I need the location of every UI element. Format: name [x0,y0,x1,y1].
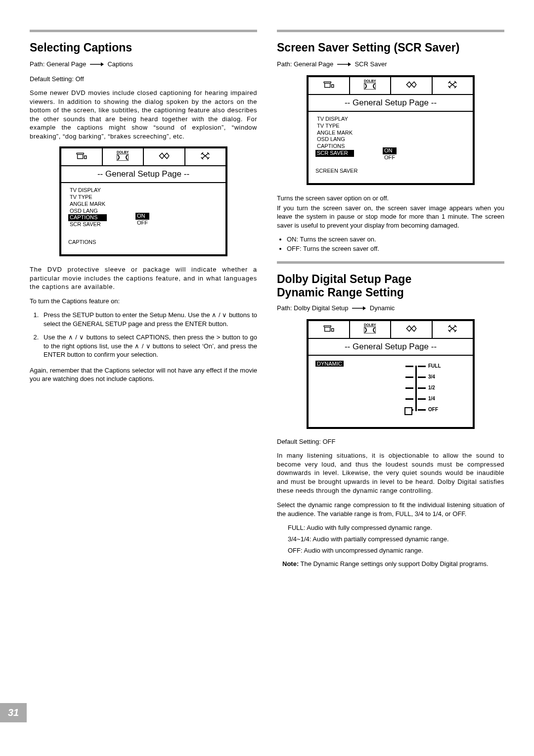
svg-rect-24 [324,328,330,331]
tab-general-icon [309,77,350,94]
menu-item: OSD LANG [315,136,354,143]
indent-list: FULL: Audio with fully compressed dynami… [277,524,504,554]
menu-item: CAPTIONS [315,143,354,150]
tab-video-icon [391,321,433,338]
osd-dynamic: DOLBY -- General Setup Page -- DYNAMIC [307,319,475,429]
osd-body: TV DISPLAY TV TYPE ANGLE MARK OSD LANG C… [309,112,473,183]
paragraph: To turn the Captions feature on: [30,297,257,305]
svg-rect-3 [84,156,86,159]
paragraph: The DVD protective sleeve or package wil… [30,265,257,291]
section-divider [30,30,257,32]
path-suffix: Captions [107,60,133,68]
dynamic-slider: FULL 3/4 1/2 1/4 OFF [394,364,453,413]
slider-label: 3/4 [428,374,435,379]
tab-video-icon [391,77,433,94]
osd-tabs: DOLBY [309,77,473,95]
menu-item-selected: DYNAMIC [315,361,344,367]
arrow-icon [90,61,104,68]
paragraph: Turns the screen saver option on or off. [277,194,504,203]
tab-general-icon [309,321,350,338]
svg-marker-1 [101,62,104,66]
step-2: Use the ∧ / ∨ buttons to select CAPTIONS… [41,333,257,359]
menu-item: TV DISPLAY [315,116,354,123]
menu-item-selected: SCR SAVER [315,150,354,157]
path-prefix: Path: General Page [277,60,333,68]
osd-body: DYNAMIC FULL 3/4 1/2 1/4 OFF [309,356,473,427]
arrow-icon [352,305,366,312]
osd-title: -- General Setup Page -- [309,95,473,112]
menu-item: OSD LANG [68,208,107,215]
page-number: 31 [0,703,27,722]
arrow-icon [337,61,351,68]
bullets: ON: Turns the screen saver on. OFF: Turn… [277,236,504,252]
indent-item: 3/4~1/4: Audio with partially compressed… [288,535,504,543]
note: Note: The Dynamic Range settings only su… [277,560,504,567]
slider-label: FULL [428,363,441,369]
osd-tabs: DOLBY [61,148,225,166]
value-on: ON [383,147,397,154]
heading-captions: Selecting Captions [30,41,257,54]
menu-item: TV TYPE [315,123,354,130]
path-prefix: Path: Dolby Digital Setup [277,304,349,312]
steps-list: Press the SETUP button to enter the Setu… [30,311,257,359]
value-off: OFF [383,154,397,161]
osd-captions: DOLBY -- General Setup Page -- TV DISPLA… [59,146,227,256]
svg-marker-23 [363,306,366,310]
right-column: Screen Saver Setting (SCR Saver) Path: G… [277,30,504,722]
osd-body: TV DISPLAY TV TYPE ANGLE MARK OSD LANG C… [61,183,225,254]
default-setting: Default Setting: OFF [277,438,504,445]
default-setting: Default Setting: Off [30,75,257,83]
svg-marker-12 [348,62,351,66]
menu-item: TV DISPLAY [68,187,107,194]
tab-dolby-icon: DOLBY [350,321,392,338]
svg-rect-13 [324,83,330,87]
menu-item: ANGLE MARK [315,130,354,137]
heading-scr-saver: Screen Saver Setting (SCR Saver) [277,41,504,54]
menu-item: TV TYPE [68,194,107,201]
indent-item: OFF: Audio with uncompressed dynamic ran… [288,547,504,554]
svg-rect-14 [331,85,333,88]
menu-item: ANGLE MARK [68,201,107,208]
paragraph: If you turn the screen saver on, the scr… [277,204,504,230]
bullet-on: ON: Turns the screen saver on. [287,236,504,243]
osd-scr-saver: DOLBY -- General Setup Page -- TV DISPLA… [307,75,475,185]
path-captions: Path: General Page Captions [30,60,257,68]
tab-video-icon [144,148,185,165]
svg-rect-25 [331,329,333,331]
indent-item: FULL: Audio with fully compressed dynami… [288,524,504,531]
path-scr-saver: Path: General Page SCR Saver [277,60,504,68]
paragraph: In many listening situations, it is obje… [277,451,504,495]
value-on: ON [135,213,149,220]
svg-rect-15 [364,83,376,90]
osd-tabs: DOLBY [309,321,473,339]
left-column: Selecting Captions Path: General Page Ca… [30,30,257,722]
paragraph: Again, remember that the Captions select… [30,366,257,383]
slider-label: 1/2 [428,385,435,390]
slider-knob [404,407,412,415]
value-off: OFF [135,220,149,227]
path-suffix: Dynamic [370,304,395,312]
section-divider [277,30,504,32]
osd-title: -- General Setup Page -- [309,339,473,356]
path-suffix: SCR Saver [355,60,387,68]
osd-footer-label: CAPTIONS [68,228,219,246]
bullet-off: OFF: Turns the screen saver off. [287,245,504,252]
svg-rect-4 [117,154,129,161]
paragraph: Select the dynamic range compression to … [277,501,504,518]
tab-dolby-icon: DOLBY [350,77,392,94]
path-dynamic: Path: Dolby Digital Setup Dynamic [277,304,504,312]
tab-dolby-icon: DOLBY [103,148,144,165]
tab-general-icon [61,148,103,165]
heading-dolby: Dolby Digital Setup PageDynamic Range Se… [277,273,504,299]
section-divider [277,261,504,264]
tab-preference-icon [433,321,473,338]
tab-preference-icon [433,77,473,94]
step-1: Press the SETUP button to enter the Setu… [41,311,257,328]
svg-rect-26 [364,327,376,333]
page-footer: 31 [0,703,27,722]
osd-title: -- General Setup Page -- [61,166,225,183]
menu-item: SCR SAVER [68,221,107,228]
svg-rect-2 [77,155,83,159]
slider-label: 1/4 [428,396,435,401]
intro-paragraph: Some newer DVD movies include closed cap… [30,89,257,141]
